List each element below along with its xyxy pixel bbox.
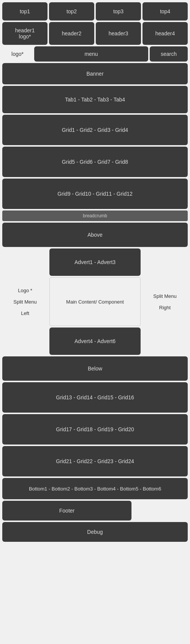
logo-text: logo* <box>2 51 33 57</box>
below-section: Below <box>2 356 188 381</box>
above-block: Above <box>2 223 188 247</box>
advert-top: Advert1 - Advert3 <box>49 248 141 276</box>
header-item-4[interactable]: header4 <box>142 22 188 45</box>
split-left-menu[interactable]: Split Menu <box>13 299 36 305</box>
split-left-logo: Logo * <box>18 288 32 293</box>
split-right-menu[interactable]: Split Menu <box>153 293 176 299</box>
tabs-section: Tab1 - Tab2 - Tab3 - Tab4 <box>2 86 188 113</box>
grid-5-8-section: Grid5 - Grid6 - Grid7 - Grid8 <box>2 147 188 177</box>
grid-row-6: Grid21 - Grid22 - Grid23 - Grid24 <box>2 446 188 476</box>
grid-row-4: Grid13 - Grid14 - Grid15 - Grid16 <box>2 382 188 413</box>
menu-button[interactable]: menu <box>34 46 148 62</box>
top-nav-item-3[interactable]: top3 <box>96 2 141 21</box>
split-left-panel: Logo * Split Menu Left <box>2 248 48 355</box>
lms-row: logo* menu search <box>0 45 190 62</box>
split-center-panel: Advert1 - Advert3 Main Content/ Componen… <box>49 248 141 355</box>
search-button[interactable]: search <box>150 46 188 62</box>
breadcrumb: breadcrumb <box>2 210 188 221</box>
grid-row-1: Grid1 - Grid2 - Grid3 - Grid4 <box>2 115 188 145</box>
grid-9-12-section: Grid9 - Grid10 - Grid11 - Grid12 <box>2 179 188 209</box>
top-nav-item-1[interactable]: top1 <box>2 2 48 21</box>
below-block: Below <box>2 356 188 381</box>
debug-section: Debug <box>2 522 188 542</box>
grid-13-16-section: Grid13 - Grid14 - Grid15 - Grid16 <box>2 382 188 413</box>
grid-row-5: Grid17 - Grid18 - Grid19 - Grid20 <box>2 414 188 445</box>
debug: Debug <box>2 522 188 542</box>
grid-row-3: Grid9 - Grid10 - Grid11 - Grid12 <box>2 179 188 209</box>
grid-row-2: Grid5 - Grid6 - Grid7 - Grid8 <box>2 147 188 177</box>
split-layout: Logo * Split Menu Left Advert1 - Advert3… <box>2 248 188 355</box>
banner: Banner <box>2 63 188 84</box>
tabs-bar[interactable]: Tab1 - Tab2 - Tab3 - Tab4 <box>2 86 188 113</box>
banner-section: Banner <box>2 63 188 84</box>
split-left-side: Left <box>21 310 29 316</box>
grid-21-24-section: Grid21 - Grid22 - Grid23 - Grid24 <box>2 446 188 476</box>
top-nav-item-4[interactable]: top4 <box>142 2 188 21</box>
header-item-2[interactable]: header2 <box>49 22 94 45</box>
top-nav-item-2[interactable]: top2 <box>49 2 94 21</box>
main-content: Main Content/ Component <box>49 277 141 326</box>
bottom-bar: Bottom1 - Bottom2 - Bottom3 - Bottom4 - … <box>2 478 188 499</box>
bottom-section: Bottom1 - Bottom2 - Bottom3 - Bottom4 - … <box>2 478 188 499</box>
split-right-panel: Split Menu Right <box>142 248 188 355</box>
advert-bottom: Advert4 - Advert6 <box>49 328 141 355</box>
footer-section: Footer <box>2 501 188 521</box>
footer: Footer <box>2 501 131 521</box>
top-nav-row: top1 top2 top3 top4 <box>0 0 190 21</box>
header-item-1[interactable]: header1 logo* <box>2 22 48 45</box>
split-right-side: Right <box>159 305 171 310</box>
grid-1-4-section: Grid1 - Grid2 - Grid3 - Grid4 <box>2 115 188 145</box>
grid-17-20-section: Grid17 - Grid18 - Grid19 - Grid20 <box>2 414 188 445</box>
header-row: header1 logo* header2 header3 header4 <box>0 21 190 45</box>
above-section: Above <box>2 223 188 247</box>
header-item-3[interactable]: header3 <box>96 22 141 45</box>
